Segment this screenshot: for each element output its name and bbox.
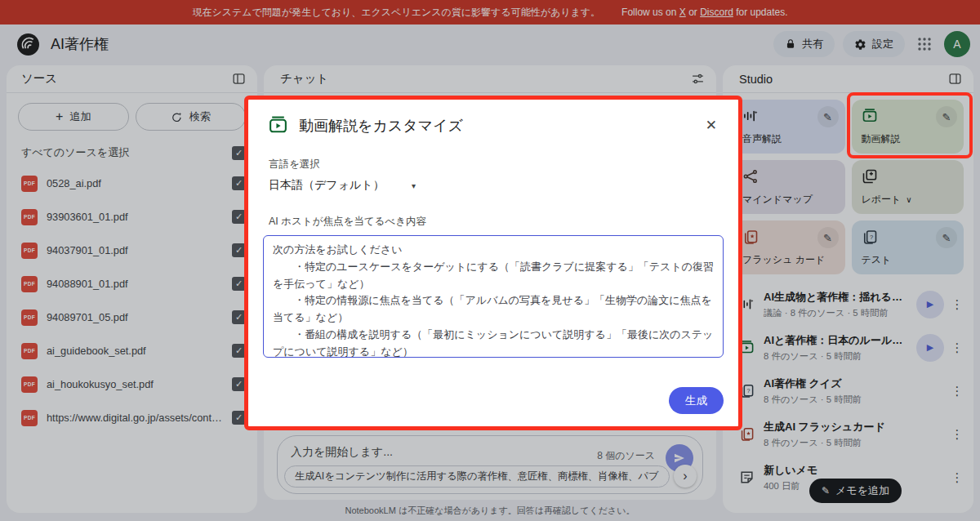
language-value: 日本語（デフォルト） <box>269 178 385 193</box>
customize-video-modal: 動画解説をカスタマイズ ✕ 言語を選択 日本語（デフォルト） ▾ AI ホストが… <box>244 96 742 430</box>
caret-down-icon: ▾ <box>412 181 416 190</box>
close-icon[interactable]: ✕ <box>702 115 720 136</box>
focus-textarea[interactable]: 次の方法をお試しください ・特定のユースケースをターゲットにする（「読書クラブに… <box>263 235 724 358</box>
language-label: 言語を選択 <box>269 158 320 171</box>
modal-title: 動画解説をカスタマイズ <box>299 116 702 136</box>
focus-label: AI ホストが焦点を当てるべき内容 <box>269 215 426 229</box>
generate-button[interactable]: 生成 <box>669 387 724 414</box>
video-icon <box>268 115 288 136</box>
language-select[interactable]: 日本語（デフォルト） ▾ <box>269 178 416 193</box>
